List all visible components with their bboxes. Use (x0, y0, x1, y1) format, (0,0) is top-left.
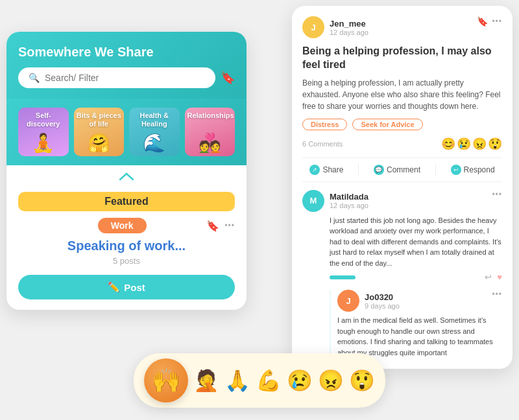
main-emoji-icon: 🙌 (152, 367, 181, 394)
cat-figure-health: 🌊 (143, 132, 165, 154)
reactions-icons: 😊 😢 😠 😲 (441, 137, 502, 151)
comment-action[interactable]: 💬 Comment (374, 165, 420, 175)
work-badge[interactable]: Work (98, 218, 147, 233)
cat-health[interactable]: Health & Healing 🌊 (129, 108, 180, 156)
cat-label-rel: Relationships (185, 111, 235, 120)
comment-1-header: M Matildada 12 days ago ••• (302, 190, 502, 212)
comments-count: 6 Comments (302, 140, 343, 148)
comment-label: Comment (387, 165, 420, 174)
post-more-icon[interactable]: ••• (492, 17, 502, 26)
respond-icon: ↩ (451, 165, 461, 175)
comment-1-more-icon[interactable]: ••• (492, 190, 502, 199)
header-bookmark-icon[interactable]: 🔖 (221, 71, 235, 85)
share-icon: ↗ (309, 165, 320, 175)
reaction-1: 😊 (441, 137, 455, 151)
post-author-row: J Jen_mee 12 days ago (302, 16, 368, 38)
featured-row: Work 🔖 ••• (18, 218, 235, 233)
nested-comment-1-name: Jo0320 (365, 292, 400, 302)
cat-label-bits: Bits & pieces of life (74, 111, 125, 128)
comments-row: 6 Comments 😊 😢 😠 😲 (302, 137, 502, 151)
comment-icon: 💬 (374, 165, 384, 175)
reaction-4: 😲 (488, 137, 502, 151)
action-bar: ↗ Share 💬 Comment ↩ Respond (302, 158, 502, 182)
cat-self-discovery[interactable]: Self-discovery 🧘 (18, 108, 69, 156)
featured-bookmark-icon[interactable]: 🔖 (206, 220, 219, 232)
emoji-angry[interactable]: 😠 (318, 368, 344, 393)
post-pencil-icon: ✏️ (108, 281, 120, 293)
nested-comment-1-author-row: J Jo0320 9 days ago (337, 290, 400, 312)
nested-comment-1-header: J Jo0320 9 days ago ••• (337, 290, 502, 312)
post-header: J Jen_mee 12 days ago 🔖 ••• (302, 16, 502, 38)
respond-action[interactable]: ↩ Respond (451, 165, 495, 175)
featured-subtitle: 5 posts (18, 256, 235, 266)
post-header-icons: 🔖 ••• (477, 16, 502, 27)
featured-more-icon[interactable]: ••• (224, 221, 235, 230)
app-title: Somewhere We Share (18, 45, 235, 60)
emoji-bar: 🙌 🤦 🙏 💪 😢 😠 😲 (134, 353, 385, 408)
featured-section: Featured Work 🔖 ••• Speaking of work... … (6, 185, 247, 310)
comment-1-action-icons: ↩ ♥ (485, 272, 502, 282)
tag-distress[interactable]: Distress (302, 119, 347, 130)
featured-title: Speaking of work... (18, 239, 235, 253)
post-time: 12 days ago (330, 29, 368, 36)
share-label: Share (322, 165, 343, 174)
nested-comment-1: J Jo0320 9 days ago ••• I am in the medi… (330, 290, 502, 358)
comment-1-time: 12 days ago (330, 202, 368, 209)
cat-label-self: Self-discovery (18, 111, 69, 128)
comment-1-body: I just started this job not long ago. Be… (302, 215, 502, 269)
post-title: Being a helping profession, I may also f… (302, 45, 502, 72)
heart-icon[interactable]: ♥ (497, 272, 502, 282)
cat-figure-rel: 💑 (199, 132, 221, 154)
reaction-2: 😢 (457, 137, 471, 151)
tags-row: Distress Seek for Advice (302, 119, 502, 130)
action-divider-2 (435, 163, 436, 176)
search-input[interactable] (45, 73, 205, 83)
author-name: Jen_mee (330, 19, 368, 29)
author-info: Jen_mee 12 days ago (330, 19, 368, 36)
chevron-up[interactable] (6, 165, 247, 185)
featured-badge: Featured (18, 192, 235, 211)
emoji-thinking[interactable]: 🤦 (193, 368, 219, 393)
cat-relationships[interactable]: Relationships 💑 (185, 108, 235, 156)
respond-label: Respond (464, 165, 495, 174)
nested-comment-1-avatar: J (337, 290, 359, 312)
emoji-shocked[interactable]: 😲 (349, 368, 375, 393)
nested-comment-1-author-info: Jo0320 9 days ago (365, 292, 400, 310)
comment-1-author-info: Matildada 12 days ago (330, 192, 368, 209)
search-row: 🔍 🔖 (18, 67, 235, 88)
comment-1-author-row: M Matildada 12 days ago (302, 190, 368, 212)
comment-1-avatar: M (302, 190, 324, 212)
post-body: Being a helping profession, I am actuall… (302, 77, 502, 112)
post-button-label: Post (124, 282, 145, 293)
nested-comment-1-body: I am in the medical field as well. Somet… (337, 315, 502, 358)
emoji-strong[interactable]: 💪 (256, 368, 282, 393)
cat-figure-self: 🧘 (32, 132, 54, 154)
emoji-main[interactable]: 🙌 (144, 358, 188, 402)
like-bar (330, 275, 356, 279)
emoji-sad[interactable]: 😢 (287, 368, 313, 393)
right-card-inner: J Jen_mee 12 days ago 🔖 ••• Being a help… (292, 6, 513, 369)
chevron-up-icon (119, 172, 134, 181)
comment-1-actions: ↩ ♥ (302, 272, 502, 282)
nested-comment-1-more-icon[interactable]: ••• (492, 290, 502, 299)
post-bookmark-icon[interactable]: 🔖 (477, 16, 488, 27)
cat-bits[interactable]: Bits & pieces of life 🤗 (74, 108, 125, 156)
right-panel: J Jen_mee 12 days ago 🔖 ••• Being a help… (292, 6, 513, 369)
cat-label-health: Health & Healing (129, 111, 180, 128)
comment-1-name: Matildada (330, 192, 368, 202)
post-button[interactable]: ✏️ Post (18, 275, 235, 299)
featured-icons: 🔖 ••• (206, 220, 235, 232)
search-icon: 🔍 (29, 73, 40, 83)
nested-comment-1-time: 9 days ago (365, 302, 400, 310)
action-divider-1 (358, 163, 359, 176)
search-bar[interactable]: 🔍 (18, 67, 215, 88)
left-panel: Somewhere We Share 🔍 🔖 Self-discovery 🧘 … (6, 32, 247, 310)
categories-row: Self-discovery 🧘 Bits & pieces of life 🤗… (6, 99, 247, 165)
cat-figure-bits: 🤗 (88, 132, 110, 154)
reply-icon[interactable]: ↩ (485, 272, 492, 282)
comment-1: M Matildada 12 days ago ••• I just start… (302, 190, 502, 283)
reaction-3: 😠 (472, 137, 487, 151)
share-action[interactable]: ↗ Share (309, 165, 343, 175)
emoji-pray[interactable]: 🙏 (224, 368, 250, 393)
tag-seek-advice[interactable]: Seek for Advice (352, 119, 422, 130)
